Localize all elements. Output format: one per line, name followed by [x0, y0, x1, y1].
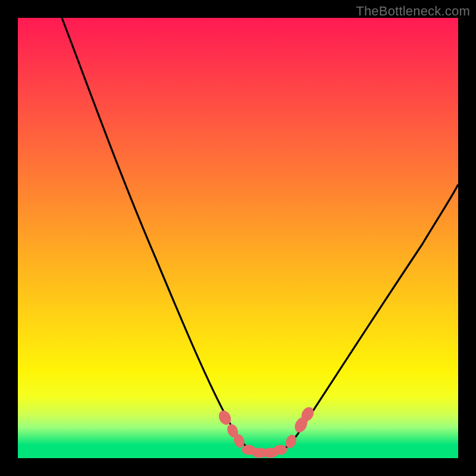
curve-layer	[18, 18, 458, 458]
watermark-text: TheBottleneck.com	[356, 4, 470, 19]
svg-point-6	[274, 445, 287, 455]
bottleneck-curve	[62, 18, 458, 455]
plot-area	[18, 18, 458, 458]
highlight-dots	[217, 405, 315, 458]
chart-frame: TheBottleneck.com	[0, 0, 476, 476]
